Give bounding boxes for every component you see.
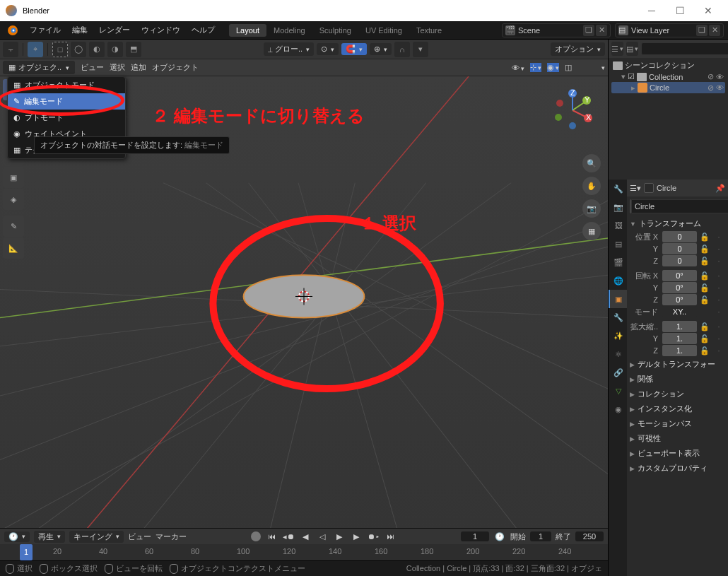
transform-header[interactable]: トランスフォーム [630, 216, 725, 231]
editor-type-icon[interactable]: ⫟ [3, 42, 18, 57]
lock-pos-z[interactable]: 🔓 [698, 257, 711, 266]
keying-menu[interactable]: キーイング▾ [69, 531, 124, 543]
options-dropdown[interactable]: オプション▾ [551, 42, 605, 56]
zoom-button[interactable]: 🔍 [582, 154, 601, 172]
autokey-toggle[interactable] [251, 531, 261, 541]
playback-menu[interactable]: 再生▾ [34, 531, 65, 543]
playhead[interactable]: 1 [20, 544, 33, 560]
mode-sculpt[interactable]: ◐プトモード [8, 110, 125, 126]
browse-viewlayer-icon[interactable]: ▤ [618, 25, 628, 35]
pivot-dropdown[interactable]: ⊙▾ [317, 43, 339, 55]
lock-scale-x[interactable]: 🔓 [698, 322, 711, 331]
exclude-toggle[interactable]: ⊘ [708, 72, 714, 81]
browse-scene-icon[interactable]: 🎬 [505, 25, 515, 35]
lock-pos-y[interactable]: 🔓 [698, 245, 711, 254]
outliner-editor-icon[interactable]: ☰▾ [611, 42, 623, 56]
outliner-display-icon[interactable]: ▤▾ [626, 42, 638, 56]
current-frame[interactable]: 1 [461, 531, 489, 541]
menu-window[interactable]: ウィンドウ [136, 25, 186, 35]
section-custom[interactable]: カスタムプロパティ [630, 461, 725, 476]
tab-object-icon[interactable]: ▣ [609, 290, 627, 308]
mode-edit[interactable]: ✎編集モード [8, 93, 125, 110]
close-button[interactable]: ✕ [694, 5, 722, 16]
minimize-button[interactable]: ─ [638, 5, 666, 16]
section-motionpaths[interactable]: モーションパス [630, 416, 725, 431]
view-menu[interactable]: ビュー [81, 62, 104, 73]
end-frame[interactable]: 250 [575, 531, 604, 541]
tab-render-icon[interactable]: 📷 [609, 198, 627, 216]
keyframe-next[interactable]: ⏺▸ [367, 530, 380, 543]
snap-dropdown[interactable]: 🧲▾ [341, 43, 367, 55]
proportional-edit-dropdown[interactable]: ⊕▾ [370, 43, 392, 55]
tab-layout[interactable]: Layout [229, 24, 266, 37]
tab-physics-icon[interactable]: ⚛ [609, 345, 627, 363]
menu-edit[interactable]: 編集 [66, 25, 93, 35]
select-box-icon[interactable]: □ [52, 42, 68, 57]
preview-range-toggle[interactable]: 🕐 [493, 532, 506, 541]
pos-y[interactable]: 0 [662, 243, 697, 254]
add-menu[interactable]: 追加 [131, 62, 146, 73]
lock-scale-y[interactable]: 🔓 [698, 334, 711, 343]
play-forward[interactable]: ▶ [333, 530, 346, 543]
outliner-collection[interactable]: ▾☑Collection⊘👁 [611, 71, 725, 82]
tab-output-icon[interactable]: 🖼 [609, 216, 627, 235]
scale-y[interactable]: 1. [662, 333, 697, 344]
nav-gizmo[interactable]: X Y Z [551, 89, 594, 131]
camera-button[interactable]: 📷 [582, 199, 601, 218]
keyframe-prev[interactable]: ◂⏺ [282, 530, 295, 543]
maximize-button[interactable]: ☐ [666, 5, 694, 16]
select-circle-icon[interactable]: ◯ [71, 42, 86, 57]
cursor-tool-icon[interactable]: ⌖ [28, 42, 43, 57]
select-menu[interactable]: 選択 [110, 62, 125, 73]
tool-settings-icon[interactable]: ∩ [394, 42, 410, 57]
pin-icon[interactable]: 📌 [715, 184, 725, 193]
scene-name-input[interactable] [518, 26, 582, 35]
viewlayer-name-input[interactable] [631, 26, 695, 35]
outliner-tree[interactable]: シーンコレクション ▾☑Collection⊘👁 ▸Circle⊘👁 [609, 58, 728, 95]
scene-selector[interactable]: 🎬 ❏ ✕ [502, 23, 611, 37]
tab-particles-icon[interactable]: ✨ [609, 327, 627, 345]
tab-constraint-icon[interactable]: 🔗 [609, 363, 627, 382]
xray-toggle[interactable]: ◫ [565, 63, 572, 72]
jump-start[interactable]: ⏮ [265, 530, 278, 543]
tool-measure[interactable]: 📐 [3, 237, 24, 259]
outliner-search[interactable] [641, 42, 728, 55]
menu-file[interactable]: ファイル [24, 25, 66, 35]
section-viewport[interactable]: ビューポート表示 [630, 446, 725, 461]
lock-rot-z[interactable]: 🔓 [698, 295, 711, 305]
select-lasso-icon[interactable]: ◐ [89, 42, 105, 57]
viewport-3d[interactable]: ▭ ⊕ ↔ ⟲ ▣ ◈ ✎ 📐 彫 le オブジェクトの対話モードを設定します:… [0, 76, 608, 528]
hide-toggle[interactable]: 👁 [716, 73, 724, 81]
tab-modeling[interactable]: Modeling [266, 24, 312, 37]
disable-toggle[interactable]: ⊘ [708, 83, 714, 93]
menu-help[interactable]: ヘルプ [186, 25, 221, 35]
pos-z[interactable]: 0 [662, 255, 697, 266]
lock-pos-x[interactable]: 🔓 [698, 233, 711, 242]
tab-texture[interactable]: Texture [409, 24, 449, 37]
timeline-editor-icon[interactable]: 🕐▾ [4, 531, 30, 542]
tool-scale[interactable]: ▣ [3, 167, 24, 188]
tab-sculpting[interactable]: Sculpting [312, 24, 358, 37]
object-name-input[interactable] [631, 199, 728, 213]
tab-viewlayer-icon[interactable]: ▤ [609, 235, 627, 253]
rot-x[interactable]: 0° [662, 270, 697, 281]
select-all-icon[interactable]: ⬒ [126, 42, 141, 57]
timeline-ruler[interactable]: 1 20 40 60 80 100 120 140 160 180 200 22… [0, 544, 608, 560]
transform-orientation-dropdown[interactable]: ⟂ グロー..▾ [264, 42, 314, 56]
frame-prev[interactable]: ◀ [299, 530, 312, 543]
frame-next[interactable]: ▶ [350, 530, 363, 543]
section-instancing[interactable]: インスタンス化 [630, 401, 725, 416]
outliner-root[interactable]: シーンコレクション [611, 59, 725, 71]
pos-x[interactable]: 0 [662, 231, 697, 242]
section-relations[interactable]: 関係 [630, 372, 725, 387]
outliner-object-circle[interactable]: ▸Circle⊘👁 [611, 82, 725, 93]
lock-rot-y[interactable]: 🔓 [698, 283, 711, 293]
tool-transform[interactable]: ◈ [3, 189, 24, 210]
tab-tool-icon[interactable]: 🔧 [609, 180, 627, 198]
new-scene-button[interactable]: ❏ [583, 25, 594, 36]
menu-render[interactable]: レンダー [93, 25, 136, 35]
rot-y[interactable]: 0° [662, 282, 697, 293]
timeline-marker-menu[interactable]: マーカー [155, 531, 187, 542]
tab-uvediting[interactable]: UV Editing [358, 24, 409, 37]
tab-data-icon[interactable]: ▽ [609, 382, 627, 400]
